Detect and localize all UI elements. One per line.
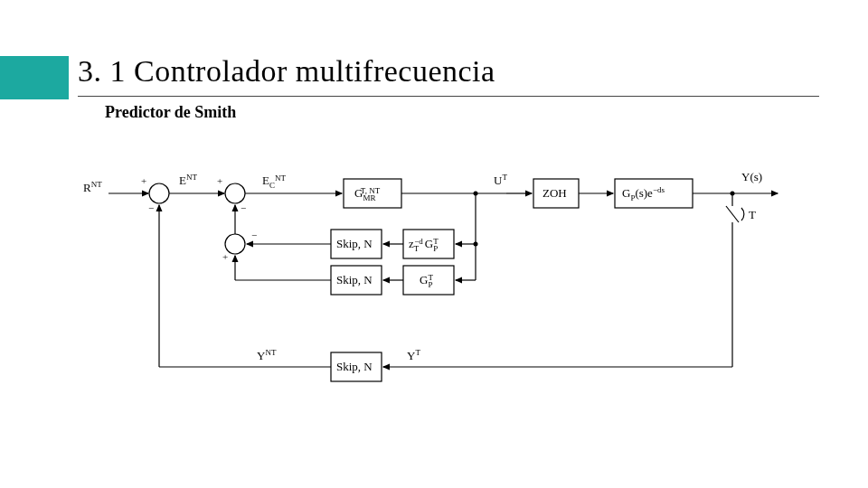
page-title: 3. 1 Controlador multifrecuencia <box>78 54 495 89</box>
page-subtitle: Predictor de Smith <box>105 103 236 122</box>
label-skip-4: Skip, N <box>336 360 373 373</box>
label-zoh: ZOH <box>542 186 567 200</box>
title-underline <box>78 96 819 97</box>
sign-plus-3: + <box>222 251 228 262</box>
sign-minus-2b: − <box>251 230 257 240</box>
sum-junction-3 <box>225 234 245 254</box>
label-Ys: Y(s) <box>741 170 762 183</box>
label-T: T <box>749 208 756 221</box>
label-Ec: ECNT <box>262 174 286 190</box>
sign-plus-2: + <box>217 175 222 186</box>
label-R: RNT <box>83 180 102 194</box>
sign-minus-1: − <box>148 202 154 213</box>
label-skip-2: Skip, N <box>336 237 373 250</box>
label-YT: YT <box>407 348 420 362</box>
label-skip-3: Skip, N <box>336 273 373 286</box>
sum-junction-1 <box>149 183 169 203</box>
accent-bar <box>0 56 69 99</box>
sum-junction-2 <box>225 183 245 203</box>
svg-line-9 <box>726 206 739 222</box>
label-U: UT <box>494 173 507 187</box>
sign-minus-2a: − <box>241 202 246 213</box>
label-YNT: YNT <box>257 348 277 362</box>
block-diagram: RNT + − ENT + − ECNT GMRT, NT UT ZOH GP(… <box>81 163 805 398</box>
label-E: ENT <box>179 173 197 187</box>
sign-plus-1: + <box>141 175 146 186</box>
sampler-icon: T <box>726 193 756 367</box>
